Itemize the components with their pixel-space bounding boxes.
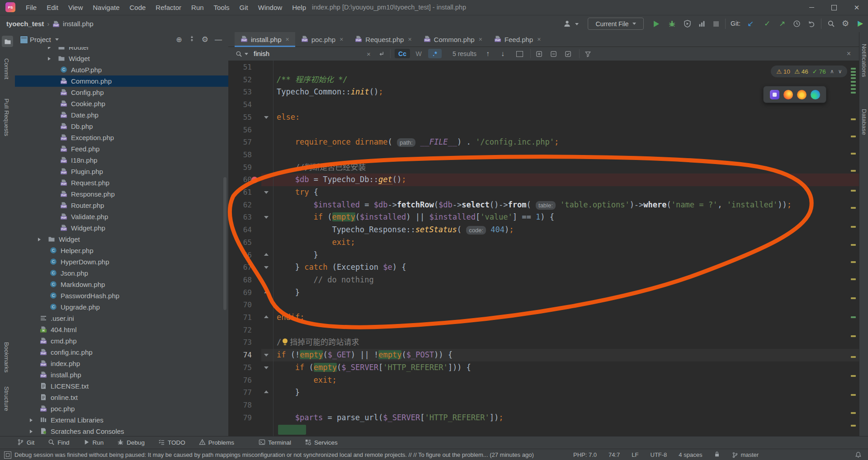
code-line-79[interactable]: 79$parts = parse_url($_SERVER['HTTP_REFE… xyxy=(228,412,859,424)
history-button[interactable] xyxy=(790,15,803,32)
prev-problem-icon[interactable]: ∧ xyxy=(830,68,834,75)
code-line-59[interactable]: 59//判断是否已经安装 xyxy=(228,161,859,174)
tree-item-Exception.php[interactable]: PHPException.php xyxy=(15,132,228,143)
tree-item-AutoP.php[interactable]: CAutoP.php xyxy=(15,64,228,75)
code-line-60[interactable]: 60$db = Typecho_Db::get(); xyxy=(228,174,859,186)
line-number[interactable]: 70 xyxy=(228,299,252,311)
tree-item-poc.php[interactable]: PHPpoc.php xyxy=(15,403,228,414)
git-push-button[interactable]: ↗ xyxy=(776,15,788,32)
search-icon[interactable] xyxy=(236,47,242,61)
tool-window-button-find[interactable]: Find xyxy=(48,439,69,447)
editor-tab-Feed.php[interactable]: PHPFeed.php× xyxy=(488,32,547,47)
code-line-52[interactable]: 52/** 程序初始化 */ xyxy=(228,74,859,86)
tool-window-button-debug[interactable]: Debug xyxy=(117,439,145,447)
chevron-right-icon[interactable] xyxy=(38,238,41,241)
tree-item-index.php[interactable]: PHPindex.php xyxy=(15,358,228,369)
maximize-button[interactable] xyxy=(823,0,845,15)
editor-tab-install.php[interactable]: PHPinstall.php× xyxy=(235,32,295,47)
status-item-2[interactable]: LF xyxy=(632,451,638,458)
status-item-4[interactable]: 4 spaces xyxy=(679,451,702,458)
tree-item-I18n.php[interactable]: PHPI18n.php xyxy=(15,155,228,166)
code-line-63[interactable]: 63if (empty($installed) || $installed['v… xyxy=(228,211,859,224)
editor-tab-poc.php[interactable]: PHPpoc.php× xyxy=(295,32,349,47)
tree-item-Router.php[interactable]: PHPRouter.php xyxy=(15,200,228,211)
tool-window-button-run[interactable]: Run xyxy=(83,439,104,447)
tree-item-Markdown.php[interactable]: CMarkdown.php xyxy=(15,279,228,290)
menu-refactor[interactable]: Refactor xyxy=(151,0,186,15)
collapse-all-icon[interactable] xyxy=(189,35,195,44)
close-tab-icon[interactable]: × xyxy=(286,36,289,43)
browser-icon[interactable] xyxy=(797,90,807,99)
inspection-widget[interactable]: ⚠ 10 ⚠ 46 ✓ 76 ∧ ∨ xyxy=(771,66,847,77)
tree-item-config.inc.php[interactable]: PHPconfig.inc.php xyxy=(15,347,228,358)
menu-navigate[interactable]: Navigate xyxy=(88,0,124,15)
chevron-right-icon[interactable] xyxy=(30,430,33,433)
line-number[interactable]: 72 xyxy=(228,324,252,337)
notifications-icon[interactable] xyxy=(855,451,862,460)
profiler-button[interactable] xyxy=(695,15,708,32)
tree-item-LICENSE.txt[interactable]: LICENSE.txt xyxy=(15,380,228,392)
stop-button[interactable] xyxy=(710,15,722,32)
coverage-button[interactable] xyxy=(681,15,693,32)
tree-item-Date.php[interactable]: PHPDate.php xyxy=(15,109,228,121)
tool-button-structure[interactable]: Structure xyxy=(3,386,10,411)
status-item-1[interactable]: 74:7 xyxy=(609,451,620,458)
tool-button-notifications[interactable]: Notifications xyxy=(861,44,868,77)
code-line-66[interactable]: 66} xyxy=(228,249,859,262)
menu-git[interactable]: Git xyxy=(235,0,253,15)
code-line-58[interactable]: 58 xyxy=(228,149,859,161)
filter-icon[interactable] xyxy=(585,47,591,61)
run-button[interactable] xyxy=(650,15,663,32)
close-tab-icon[interactable]: × xyxy=(408,36,411,43)
line-number[interactable]: 51 xyxy=(228,61,252,74)
close-button[interactable]: ✕ xyxy=(845,0,868,15)
remove-occurrence-icon[interactable] xyxy=(550,47,557,61)
breadcrumb-project[interactable]: tyoech_test xyxy=(6,20,44,28)
menu-help[interactable]: Help xyxy=(287,0,311,15)
browser-icon[interactable] xyxy=(783,90,793,99)
status-message[interactable]: Debug session was finished without being… xyxy=(14,449,548,460)
intention-bulb-icon[interactable] xyxy=(282,338,288,346)
close-find-bar-icon[interactable]: × xyxy=(847,47,851,61)
phpstorm-logo-icon[interactable]: PS xyxy=(5,2,15,12)
code-line-78[interactable]: 78 xyxy=(228,399,859,412)
close-tab-icon[interactable]: × xyxy=(479,36,482,43)
project-panel-title[interactable]: Project xyxy=(30,36,51,43)
tool-button-database[interactable]: Database xyxy=(861,109,868,135)
tree-item-HyperDown.php[interactable]: CHyperDown.php xyxy=(15,256,228,268)
run-configuration-select[interactable]: Current File xyxy=(588,18,644,30)
open-in-find-window-icon[interactable] xyxy=(516,47,523,61)
search-input[interactable]: finish xyxy=(254,47,269,61)
add-occurrence-icon[interactable] xyxy=(536,47,542,61)
tree-scrollbar[interactable] xyxy=(223,177,226,310)
error-stripe[interactable] xyxy=(851,61,857,436)
code-line-70[interactable]: 70 xyxy=(228,299,859,311)
minimize-button[interactable] xyxy=(800,0,823,15)
menu-tools[interactable]: Tools xyxy=(209,0,235,15)
tree-item-Widget[interactable]: Widget xyxy=(15,53,228,64)
code-line-76[interactable]: 76exit; xyxy=(228,374,859,387)
line-number[interactable]: 58 xyxy=(228,149,252,161)
menu-edit[interactable]: Edit xyxy=(42,0,63,15)
tool-window-button-git[interactable]: Git xyxy=(17,439,34,447)
previous-occurrence-icon[interactable]: ↑ xyxy=(486,47,490,61)
tree-item-Scratches and Consoles[interactable]: Scratches and Consoles xyxy=(15,426,228,436)
tree-item-.user.ini[interactable]: .user.ini xyxy=(15,313,228,324)
tree-item-Upgrade.php[interactable]: CUpgrade.php xyxy=(15,301,228,313)
tree-item-Validate.php[interactable]: PHPValidate.php xyxy=(15,211,228,222)
code-line-77[interactable]: 77} xyxy=(228,386,859,399)
line-number[interactable]: 78 xyxy=(228,399,252,412)
tree-item-External Libraries[interactable]: External Libraries xyxy=(15,414,228,426)
close-tab-icon[interactable]: × xyxy=(340,36,343,43)
search-history-icon[interactable] xyxy=(245,53,248,55)
debug-button[interactable] xyxy=(665,15,678,32)
ide-features-icon[interactable] xyxy=(854,15,866,32)
code-line-61[interactable]: 61try { xyxy=(228,186,859,199)
editor-tab-Common.php[interactable]: PHPCommon.php× xyxy=(418,32,488,47)
code-line-69[interactable]: 69} xyxy=(228,286,859,299)
tree-item-Db.php[interactable]: PHPDb.php xyxy=(15,121,228,132)
browser-icon[interactable] xyxy=(770,90,779,99)
code-line-75[interactable]: 75if (empty($_SERVER['HTTP_REFERER'])) { xyxy=(228,361,859,374)
tool-button-commit[interactable]: Commit xyxy=(3,58,10,80)
menu-code[interactable]: Code xyxy=(124,0,151,15)
